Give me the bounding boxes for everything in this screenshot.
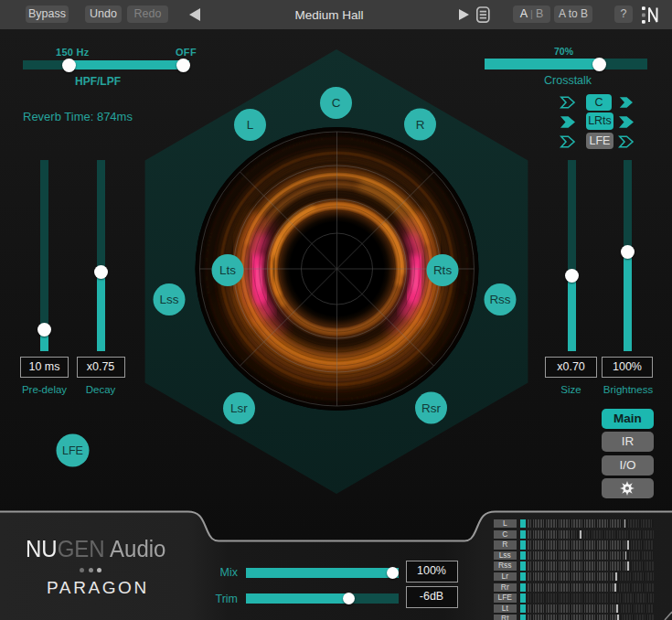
svg-text:L: L	[247, 118, 254, 132]
svg-text:Lsr: Lsr	[230, 401, 248, 415]
svg-text:Rsr: Rsr	[421, 401, 441, 415]
svg-text:C: C	[332, 96, 341, 110]
svg-text:LFE: LFE	[62, 444, 83, 457]
svg-text:Lss: Lss	[159, 293, 178, 306]
svg-text:R: R	[416, 118, 425, 132]
svg-text:Rts: Rts	[433, 263, 453, 277]
svg-text:Rss: Rss	[489, 293, 510, 306]
svg-text:Lts: Lts	[219, 263, 236, 277]
